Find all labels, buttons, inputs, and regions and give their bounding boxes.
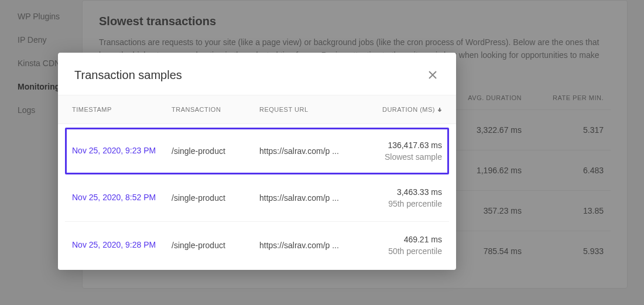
cell-duration: 469.21 ms50th percentile <box>359 235 442 256</box>
cell-duration: 3,463.33 ms95th percentile <box>359 187 442 208</box>
cell-transaction: /single-product <box>172 241 259 250</box>
modal-title: Transaction samples <box>74 68 182 82</box>
cell-timestamp[interactable]: Nov 25, 2020, 9:28 PM <box>72 239 172 251</box>
sample-row[interactable]: Nov 25, 2020, 9:23 PM/single-producthttp… <box>65 128 449 174</box>
col-duration-label: DURATION (MS) <box>382 106 435 113</box>
modal-header: Transaction samples <box>58 53 456 95</box>
sort-descending-icon <box>437 106 442 113</box>
sample-row[interactable]: Nov 25, 2020, 8:52 PM/single-producthttp… <box>65 174 449 222</box>
cell-timestamp[interactable]: Nov 25, 2020, 8:52 PM <box>72 192 172 204</box>
cell-timestamp[interactable]: Nov 25, 2020, 9:23 PM <box>72 145 172 157</box>
cell-request-url: https://salrav.com/p ... <box>259 241 359 250</box>
close-icon[interactable] <box>426 68 440 82</box>
sample-row[interactable]: Nov 25, 2020, 9:28 PM/single-producthttp… <box>65 222 449 269</box>
col-duration[interactable]: DURATION (MS) <box>359 106 442 113</box>
modal-rows: Nov 25, 2020, 9:23 PM/single-producthttp… <box>58 124 456 270</box>
cell-duration: 136,417.63 msSlowest sample <box>359 140 442 162</box>
modal-table-header: TIMESTAMP TRANSACTION REQUEST URL DURATI… <box>58 95 456 124</box>
col-timestamp[interactable]: TIMESTAMP <box>72 106 172 113</box>
col-transaction[interactable]: TRANSACTION <box>172 106 259 113</box>
cell-transaction: /single-product <box>172 146 259 156</box>
col-request-url[interactable]: REQUEST URL <box>259 106 359 113</box>
cell-request-url: https://salrav.com/p ... <box>259 146 359 156</box>
cell-request-url: https://salrav.com/p ... <box>259 193 359 203</box>
cell-transaction: /single-product <box>172 193 259 203</box>
transaction-samples-modal: Transaction samples TIMESTAMP TRANSACTIO… <box>58 53 456 270</box>
